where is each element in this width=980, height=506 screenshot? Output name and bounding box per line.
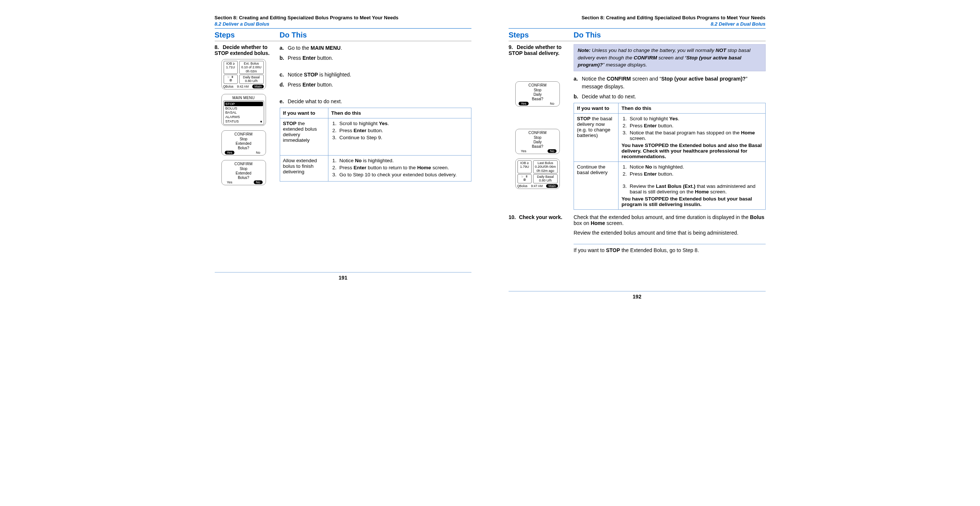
decision-table: If you want to Then do this STOP the ext… [280,108,472,182]
confirm-no: No [547,149,557,153]
note-box: Note: Unless you had to change the batte… [574,44,766,71]
device-home-screen: IOB ≥ 1.71U Ext. Bolus 0.10 of 2.00U 0h … [221,59,266,89]
iob-label: IOB ≥ [225,62,237,65]
page-right: Section 8: Creating and Editing Speciali… [501,4,773,300]
confirm-l3: Basal? [517,97,558,101]
confirm-title: CONFIRM [223,162,264,166]
step-8-row: 8. Decide whether to STOP extended bolus… [215,44,472,190]
confirm-no: No [254,151,262,154]
foot-center: 9:42 AM [237,85,248,88]
confirm-yes: Yes [225,151,235,154]
menu-item-alarms: ALARMS [224,115,263,119]
substep-b: b.Decide what to do next. [574,93,766,101]
substep-b: b.Press Enter button. [280,54,472,62]
step-9-label: 9. Decide whether to STOP basal delivery… [509,44,574,210]
step-10-label: 10. Check your work. [509,214,574,253]
menu-item-stop: STOP [224,102,263,106]
step-10-row: 10. Check your work. Check that the exte… [509,214,766,253]
col-header-steps: Steps [215,31,280,40]
col-header-do-this: Do This [574,31,766,40]
row-tail: You have STOPPED the Extended bolus and … [622,143,762,159]
subsection-heading: 8.2 Deliver a Dual Bolus [509,21,766,27]
decision-table: If you want to Then do this STOP the bas… [574,103,766,210]
confirm-l2: Extended [223,171,264,175]
device-confirm-yes: CONFIRM Stop Daily Basal? Yes No [515,81,560,106]
substep-c: c.Notice STOP is highlighted. [280,71,472,79]
ext-bolus-l2: 0.10 of 2.00U [240,65,262,69]
step-10-body: Check that the extended bolus amount, an… [574,214,766,253]
foot-right: Main [546,184,558,188]
basal-l2: 0.80 U/h [240,79,262,83]
confirm-yes: Yes [519,149,529,153]
th-if: If you want to [574,103,619,113]
table-row: STOP the extended bolus delivery immedia… [280,119,471,155]
table-row: Continue the basal delivery Notice No is… [574,162,766,209]
step-title: Decide whether to STOP basal delivery. [509,44,561,56]
rule [509,28,766,29]
confirm-l2: Extended [223,141,264,146]
foot-center: 9:47 AM [531,184,543,188]
menu-item-bolus: BOLUS [224,106,263,111]
basal-l1: Daily Basal [534,175,557,179]
confirm-title: CONFIRM [223,132,264,136]
foot-right: Main [252,85,264,88]
device-confirm-no: CONFIRM Stop Extended Bolus? Yes No [221,160,266,185]
confirm-no: No [547,102,557,105]
subsection-heading: 8.2 Deliver a Dual Bolus [215,21,472,27]
last-bolus-l2: 0.20U/0h 06m [534,165,557,168]
section-heading: Section 8: Creating and Editing Speciali… [215,15,472,21]
foot-left: QBolus [223,85,234,88]
device-confirm-no: CONFIRM Stop Daily Basal? Yes No [515,129,560,154]
confirm-l3: Bolus? [223,176,264,180]
confirm-l3: Bolus? [223,146,264,150]
row-tail: You have STOPPED the Extended bolus but … [622,196,762,207]
step-title: Check your work. [519,214,562,220]
confirm-title: CONFIRM [517,131,558,135]
scroll-up-icon: ▲ [260,102,263,105]
page-spread: Section 8: Creating and Editing Speciali… [207,0,773,300]
device-main-menu: MAIN MENU STOP ▲ BOLUS BASAL ALARMS STAT… [221,94,266,126]
confirm-l1: Stop [223,167,264,171]
page-left: Section 8: Creating and Editing Speciali… [207,4,479,300]
th-then: Then do this [328,108,471,119]
basal-l1: Daily Basal [240,75,262,79]
col-header-do-this: Do This [280,31,472,40]
scroll-down-icon: ▼ [260,120,263,124]
rule [574,244,766,244]
confirm-l2: Daily [517,140,558,144]
confirm-l3: Basal? [517,144,558,149]
confirm-title: CONFIRM [517,83,558,87]
table-row: Allow extended bolus to finish deliverin… [280,155,471,182]
menu-item-basal: BASAL [224,110,263,115]
table-row: STOP the basal delivery now (e.g. to cha… [574,113,766,162]
substep-a: a.Go to the MAIN MENU. [280,44,472,52]
substep-d: d.Press Enter button. [280,81,472,89]
last-bolus-l1: Last Bolus [534,161,557,165]
rule [215,28,472,29]
step-9-body: Note: Unless you had to change the batte… [574,44,766,210]
confirm-l2: Daily [517,92,558,97]
device-confirm-yes: CONFIRM Stop Extended Bolus? Yes No [221,130,266,155]
basal-l2: 0.80 U/h [534,179,557,182]
step-8-body: a.Go to the MAIN MENU. b.Press Enter but… [280,44,472,190]
iob-value: 1.71U [225,65,237,69]
step-number: 8. [215,44,221,50]
ext-bolus-l3: 0h 02m [240,70,262,73]
iob-label: IOB ≥ [519,161,530,165]
menu-item-status: STATUS [224,119,263,124]
last-bolus-l3: 0h 02m ago [534,169,557,173]
iob-value: 1.79U [519,165,530,168]
th-if: If you want to [280,108,328,119]
foot-left: QBolus [517,184,528,188]
page-number: 191 [215,272,472,281]
step-number: 9. [509,44,515,50]
confirm-yes: Yes [519,102,529,105]
confirm-l1: Stop [223,137,264,141]
ext-bolus-l1: Ext. Bolus [240,62,262,65]
confirm-yes: Yes [225,181,235,184]
section-heading: Section 8: Creating and Editing Speciali… [509,15,766,21]
substep-a: a.Notice the CONFIRM screen and “Stop (y… [574,75,766,90]
step-9-row: 9. Decide whether to STOP basal delivery… [509,44,766,210]
confirm-l1: Stop [517,88,558,92]
column-headers: Steps Do This [215,30,472,41]
